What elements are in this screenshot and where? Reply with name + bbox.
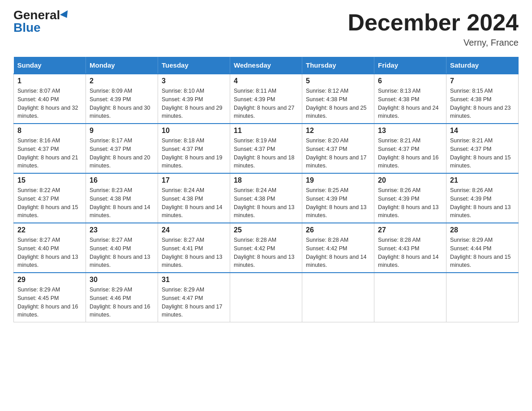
day-info: Sunrise: 8:29 AM Sunset: 4:46 PM Dayligh…: [90, 286, 154, 319]
sunrise-label: Sunrise: 8:27 AM: [90, 237, 132, 243]
table-row: 3 Sunrise: 8:10 AM Sunset: 4:39 PM Dayli…: [158, 74, 230, 124]
sunrise-label: Sunrise: 8:07 AM: [17, 88, 60, 94]
table-row: 11 Sunrise: 8:19 AM Sunset: 4:37 PM Dayl…: [230, 124, 302, 173]
day-number: 3: [162, 77, 226, 85]
month-title: December 2024: [348, 9, 519, 36]
daylight-label: Daylight: 8 hours and 16 minutes.: [90, 304, 150, 318]
day-number: 10: [162, 127, 226, 135]
sunset-label: Sunset: 4:41 PM: [162, 245, 203, 252]
sunset-label: Sunset: 4:37 PM: [306, 146, 347, 152]
day-number: 1: [17, 77, 82, 85]
day-number: 18: [234, 176, 298, 184]
calendar-table: Sunday Monday Tuesday Wednesday Thursday…: [13, 57, 519, 322]
col-sunday: Sunday: [14, 57, 86, 74]
sunset-label: Sunset: 4:47 PM: [162, 295, 203, 301]
daylight-label: Daylight: 8 hours and 14 minutes.: [306, 254, 367, 269]
sunset-label: Sunset: 4:37 PM: [450, 146, 491, 152]
day-info: Sunrise: 8:12 AM Sunset: 4:38 PM Dayligh…: [306, 87, 370, 120]
table-row: 12 Sunrise: 8:20 AM Sunset: 4:37 PM Dayl…: [302, 124, 374, 173]
daylight-label: Daylight: 8 hours and 17 minutes.: [306, 154, 367, 169]
table-row: 24 Sunrise: 8:27 AM Sunset: 4:41 PM Dayl…: [158, 223, 230, 273]
col-saturday: Saturday: [446, 57, 519, 74]
sunrise-label: Sunrise: 8:22 AM: [17, 187, 60, 193]
day-info: Sunrise: 8:17 AM Sunset: 4:37 PM Dayligh…: [90, 137, 154, 170]
table-row: 13 Sunrise: 8:21 AM Sunset: 4:37 PM Dayl…: [374, 124, 446, 173]
day-number: 11: [234, 127, 298, 135]
day-number: 2: [90, 77, 154, 85]
daylight-label: Daylight: 8 hours and 17 minutes.: [162, 304, 223, 318]
daylight-label: Daylight: 8 hours and 16 minutes.: [17, 304, 78, 318]
sunset-label: Sunset: 4:38 PM: [162, 196, 203, 202]
day-info: Sunrise: 8:20 AM Sunset: 4:37 PM Dayligh…: [306, 137, 370, 170]
sunrise-label: Sunrise: 8:09 AM: [90, 88, 132, 94]
day-info: Sunrise: 8:27 AM Sunset: 4:40 PM Dayligh…: [90, 236, 154, 270]
table-row: 10 Sunrise: 8:18 AM Sunset: 4:37 PM Dayl…: [158, 124, 230, 173]
day-number: 26: [306, 226, 370, 234]
table-row: 27 Sunrise: 8:28 AM Sunset: 4:43 PM Dayl…: [374, 223, 446, 273]
sunset-label: Sunset: 4:37 PM: [234, 146, 275, 152]
sunrise-label: Sunrise: 8:25 AM: [306, 187, 348, 193]
table-row: 16 Sunrise: 8:23 AM Sunset: 4:38 PM Dayl…: [86, 173, 158, 223]
daylight-label: Daylight: 8 hours and 14 minutes.: [90, 204, 150, 219]
day-info: Sunrise: 8:28 AM Sunset: 4:42 PM Dayligh…: [234, 236, 298, 270]
day-number: 4: [234, 77, 298, 85]
table-row: 17 Sunrise: 8:24 AM Sunset: 4:38 PM Dayl…: [158, 173, 230, 223]
day-info: Sunrise: 8:21 AM Sunset: 4:37 PM Dayligh…: [378, 137, 442, 170]
day-number: 13: [378, 127, 442, 135]
day-info: Sunrise: 8:24 AM Sunset: 4:38 PM Dayligh…: [162, 186, 226, 220]
day-info: Sunrise: 8:28 AM Sunset: 4:43 PM Dayligh…: [378, 236, 442, 270]
table-row: 8 Sunrise: 8:16 AM Sunset: 4:37 PM Dayli…: [14, 124, 86, 173]
col-tuesday: Tuesday: [158, 57, 230, 74]
daylight-label: Daylight: 8 hours and 13 minutes.: [234, 204, 295, 219]
day-info: Sunrise: 8:15 AM Sunset: 4:38 PM Dayligh…: [450, 87, 515, 120]
sunset-label: Sunset: 4:45 PM: [17, 295, 59, 301]
day-number: 30: [90, 276, 154, 284]
sunset-label: Sunset: 4:42 PM: [306, 245, 347, 252]
day-number: 17: [162, 176, 226, 184]
daylight-label: Daylight: 8 hours and 13 minutes.: [234, 254, 295, 269]
table-row: 31 Sunrise: 8:29 AM Sunset: 4:47 PM Dayl…: [158, 273, 230, 322]
sunrise-label: Sunrise: 8:15 AM: [450, 88, 493, 94]
day-number: 9: [90, 127, 154, 135]
sunrise-label: Sunrise: 8:21 AM: [450, 137, 493, 144]
page-header: General Blue December 2024 Verny, France: [13, 9, 519, 48]
sunset-label: Sunset: 4:40 PM: [90, 245, 131, 252]
day-info: Sunrise: 8:18 AM Sunset: 4:37 PM Dayligh…: [162, 137, 226, 170]
sunset-label: Sunset: 4:37 PM: [90, 146, 131, 152]
sunset-label: Sunset: 4:38 PM: [378, 96, 419, 103]
sunrise-label: Sunrise: 8:28 AM: [378, 237, 420, 243]
col-thursday: Thursday: [302, 57, 374, 74]
sunset-label: Sunset: 4:38 PM: [306, 96, 347, 103]
sunset-label: Sunset: 4:39 PM: [450, 196, 491, 202]
sunset-label: Sunset: 4:40 PM: [17, 245, 59, 252]
day-info: Sunrise: 8:29 AM Sunset: 4:44 PM Dayligh…: [450, 236, 515, 270]
sunrise-label: Sunrise: 8:27 AM: [162, 237, 204, 243]
day-number: 12: [306, 127, 370, 135]
day-info: Sunrise: 8:27 AM Sunset: 4:41 PM Dayligh…: [162, 236, 226, 270]
daylight-label: Daylight: 8 hours and 15 minutes.: [17, 204, 78, 219]
table-row: 14 Sunrise: 8:21 AM Sunset: 4:37 PM Dayl…: [446, 124, 519, 173]
logo: General Blue: [13, 9, 70, 34]
sunrise-label: Sunrise: 8:19 AM: [234, 137, 276, 144]
logo-triangle-icon: [60, 10, 71, 20]
table-row: 22 Sunrise: 8:27 AM Sunset: 4:40 PM Dayl…: [14, 223, 86, 273]
table-row: 5 Sunrise: 8:12 AM Sunset: 4:38 PM Dayli…: [302, 74, 374, 124]
table-row: 26 Sunrise: 8:28 AM Sunset: 4:42 PM Dayl…: [302, 223, 374, 273]
table-row: 2 Sunrise: 8:09 AM Sunset: 4:39 PM Dayli…: [86, 74, 158, 124]
day-number: 20: [378, 176, 442, 184]
day-number: 15: [17, 176, 82, 184]
sunrise-label: Sunrise: 8:11 AM: [234, 88, 276, 94]
sunrise-label: Sunrise: 8:27 AM: [17, 237, 60, 243]
day-info: Sunrise: 8:16 AM Sunset: 4:37 PM Dayligh…: [17, 137, 82, 170]
sunrise-label: Sunrise: 8:29 AM: [90, 287, 132, 293]
table-row: 23 Sunrise: 8:27 AM Sunset: 4:40 PM Dayl…: [86, 223, 158, 273]
table-row: 7 Sunrise: 8:15 AM Sunset: 4:38 PM Dayli…: [446, 74, 519, 124]
daylight-label: Daylight: 8 hours and 16 minutes.: [378, 154, 439, 169]
sunset-label: Sunset: 4:39 PM: [234, 96, 275, 103]
logo-general: General: [13, 9, 60, 21]
day-number: 14: [450, 127, 515, 135]
day-info: Sunrise: 8:27 AM Sunset: 4:40 PM Dayligh…: [17, 236, 82, 270]
daylight-label: Daylight: 8 hours and 13 minutes.: [162, 254, 223, 269]
daylight-label: Daylight: 8 hours and 24 minutes.: [378, 105, 439, 120]
table-row: [374, 273, 446, 322]
